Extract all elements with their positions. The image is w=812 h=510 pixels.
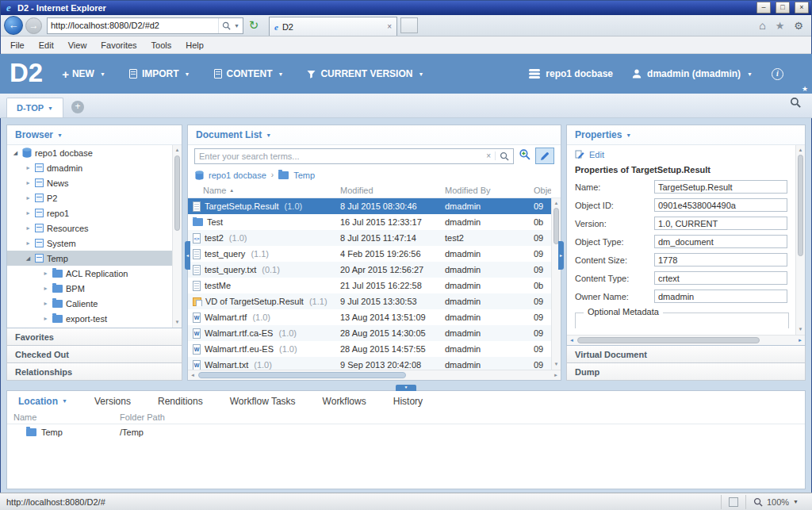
search-input[interactable] <box>199 151 482 161</box>
field-name-input[interactable] <box>654 180 787 194</box>
tree-item-bpm[interactable]: ▸ BPM <box>7 281 172 296</box>
table-row[interactable]: Walmart.txt(1.0) 9 Sep 2013 20:42:08 dma… <box>188 357 551 370</box>
info-icon[interactable]: i <box>772 68 783 80</box>
twisty-collapsed-icon[interactable]: ▸ <box>25 240 32 247</box>
table-row[interactable]: Walmart.rtf.ca-ES(1.0) 28 Aug 2015 14:30… <box>188 325 551 341</box>
edit-search-button[interactable] <box>535 148 554 164</box>
zoom-control[interactable]: 100% ▼ <box>745 495 806 509</box>
tree-item-acl-replication[interactable]: ▸ ACL Replication <box>7 266 172 281</box>
table-row[interactable]: Walmart.rtf(1.0) 13 Aug 2014 13:51:09 dm… <box>188 309 551 325</box>
tab-versions[interactable]: Versions <box>94 396 131 407</box>
tree-item-temp[interactable]: ◢ Temp <box>7 251 172 266</box>
gear-icon[interactable]: ⚙ <box>794 20 803 32</box>
scroll-up-icon[interactable]: ▲ <box>173 146 182 155</box>
scrollbar-thumb[interactable] <box>553 208 559 244</box>
home-icon[interactable]: ⌂ <box>759 19 765 32</box>
scrollbar-thumb[interactable] <box>798 155 803 256</box>
menu-tools[interactable]: Tools <box>144 38 179 52</box>
twisty-collapsed-icon[interactable]: ▸ <box>25 209 32 217</box>
tree-item-repo1-docbase[interactable]: ◢ repo1 docbase <box>7 145 172 160</box>
scroll-down-icon[interactable]: ▼ <box>552 360 561 369</box>
scroll-left-icon[interactable]: ◄ <box>567 336 576 345</box>
pin-star-icon[interactable]: ★ <box>802 85 808 93</box>
column-header-modified[interactable]: Modified <box>340 186 445 195</box>
favorites-star-icon[interactable]: ★ <box>776 20 785 32</box>
menu-favorites[interactable]: Favorites <box>94 38 144 52</box>
advanced-search-icon[interactable] <box>519 148 530 163</box>
document-list-title[interactable]: Document List ▼ <box>188 125 561 145</box>
scroll-up-icon[interactable]: ▲ <box>552 199 561 208</box>
twisty-expanded-icon[interactable]: ◢ <box>25 255 32 262</box>
scroll-down-icon[interactable]: ▼ <box>173 318 182 327</box>
table-row[interactable]: test_query(1.1) 4 Feb 2015 19:26:56 dmad… <box>188 246 551 262</box>
breadcrumb-temp-link[interactable]: Temp <box>293 171 315 180</box>
scrollbar-thumb[interactable] <box>198 372 406 378</box>
twisty-collapsed-icon[interactable]: ▸ <box>42 270 49 277</box>
tree-item-dmadmin[interactable]: ▸ dmadmin <box>7 160 172 175</box>
current-version-menu[interactable]: CURRENT VERSION ▼ <box>307 68 423 79</box>
location-row[interactable]: Temp /Temp <box>7 424 805 440</box>
table-row[interactable]: Walmart.rtf.eu-ES(1.0) 28 Aug 2015 14:57… <box>188 341 551 357</box>
tab-workflows[interactable]: Workflows <box>323 396 366 407</box>
repository-selector[interactable]: repo1 docbase <box>529 68 613 79</box>
collapse-down-handle[interactable]: ▼ <box>396 385 416 391</box>
twisty-collapsed-icon[interactable]: ▸ <box>25 164 32 171</box>
tab-workflow-tasks[interactable]: Workflow Tasks <box>230 396 296 407</box>
column-header-object[interactable]: Obje <box>534 186 551 195</box>
properties-panel-title[interactable]: Properties ▼ <box>567 125 805 145</box>
scrollbar-thumb[interactable] <box>577 337 760 343</box>
tree-item-p2[interactable]: ▸ P2 <box>7 190 172 205</box>
new-tab-button[interactable] <box>400 17 418 33</box>
tree-item-system[interactable]: ▸ System <box>7 236 172 251</box>
properties-hscrollbar[interactable]: ◄ ► <box>567 335 805 345</box>
tab-location[interactable]: Location ▼ <box>18 396 67 407</box>
menu-file[interactable]: File <box>3 38 32 52</box>
accordion-virtual-document[interactable]: Virtual Document <box>566 346 806 363</box>
tab-history[interactable]: History <box>393 396 423 407</box>
add-workspace-button[interactable]: + <box>71 101 84 113</box>
twisty-expanded-icon[interactable]: ◢ <box>12 150 19 156</box>
field-owner-name-input[interactable] <box>654 290 787 303</box>
tree-item-resources[interactable]: ▸ Resources <box>7 220 172 236</box>
field-content-size-input[interactable] <box>654 253 787 267</box>
twisty-collapsed-icon[interactable]: ▸ <box>25 194 32 201</box>
table-row[interactable]: test_query.txt(0.1) 20 Apr 2015 12:56:27… <box>188 262 551 278</box>
scroll-right-icon[interactable]: ► <box>795 336 805 345</box>
accordion-relationships[interactable]: Relationships <box>6 363 182 381</box>
accordion-dump[interactable]: Dump <box>566 363 806 381</box>
refresh-button[interactable]: ↻ <box>245 18 262 33</box>
forward-button[interactable]: → <box>25 17 42 34</box>
back-button[interactable]: ← <box>4 16 23 35</box>
browser-tab[interactable]: e D2 × <box>269 17 397 36</box>
breadcrumb-repo-link[interactable]: repo1 docbase <box>209 171 266 180</box>
table-row[interactable]: testMe 21 Jul 2015 16:22:58 dmadmin 0b <box>188 278 551 293</box>
tab-close-icon[interactable]: × <box>387 22 392 31</box>
scrollbar-thumb[interactable] <box>174 155 180 231</box>
new-menu[interactable]: + NEW ▼ <box>62 67 105 81</box>
column-header-modified-by[interactable]: Modified By <box>445 186 534 195</box>
document-list-hscrollbar[interactable]: ◄ ► <box>188 370 561 380</box>
properties-vscrollbar[interactable]: ▲ ▼ <box>795 145 805 335</box>
table-row[interactable]: TargetSetup.Result(1.0) 8 Jul 2015 08:30… <box>188 198 551 214</box>
twisty-collapsed-icon[interactable]: ▸ <box>42 300 49 307</box>
browser-panel-title[interactable]: Browser ▼ <box>7 125 182 145</box>
clear-search-icon[interactable]: × <box>482 151 496 160</box>
edit-properties-button[interactable]: Edit <box>567 145 805 161</box>
scroll-up-icon[interactable]: ▲ <box>796 146 805 155</box>
accordion-favorites[interactable]: Favorites <box>6 328 182 346</box>
import-menu[interactable]: IMPORT ▼ <box>129 68 190 79</box>
twisty-collapsed-icon[interactable]: ▸ <box>42 285 49 292</box>
maximize-button[interactable]: □ <box>776 2 790 13</box>
tree-item-repo1[interactable]: ▸ repo1 <box>7 205 172 220</box>
column-header-name[interactable]: Name ▲ <box>188 186 340 195</box>
minimize-button[interactable]: – <box>756 2 771 13</box>
address-dropdown-icon[interactable]: ▼ <box>234 23 239 29</box>
menu-help[interactable]: Help <box>178 38 211 52</box>
scroll-right-icon[interactable]: ► <box>551 370 561 380</box>
scroll-left-icon[interactable]: ◄ <box>188 370 197 380</box>
search-icon[interactable] <box>222 21 231 30</box>
menu-edit[interactable]: Edit <box>32 38 61 52</box>
field-object-type-input[interactable] <box>654 235 787 248</box>
table-row[interactable]: Test 16 Jul 2015 12:33:17 dmadmin 0b <box>188 214 551 230</box>
tree-item-news[interactable]: ▸ News <box>7 175 172 190</box>
